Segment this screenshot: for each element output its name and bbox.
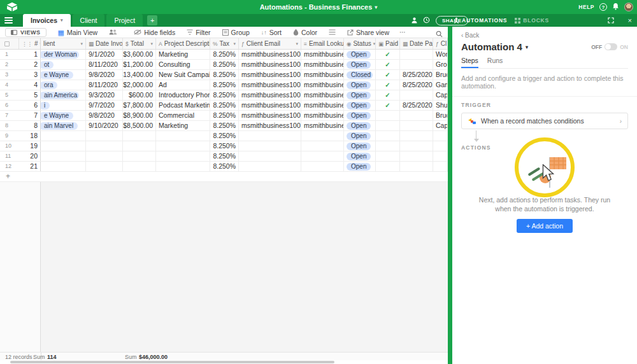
cell-num[interactable]: 2 [19, 60, 41, 69]
tab-runs[interactable]: Runs [487, 57, 503, 68]
cell-client_name[interactable]: Bruce [433, 70, 448, 80]
filter-button[interactable]: Filter [187, 29, 210, 36]
cell-status[interactable]: Open [344, 162, 376, 171]
cell-total[interactable]: $7,800.00 [123, 101, 156, 110]
cell-date_paid[interactable] [400, 60, 433, 69]
cell-client_email[interactable]: msmithbusiness100@gmail... [239, 111, 301, 120]
cell-rownum[interactable]: 3 [0, 70, 19, 80]
cell-client[interactable]: e Wayne [41, 70, 86, 80]
cell-email_lookup[interactable]: msmithbusiness100@... [301, 80, 344, 90]
cell-total[interactable]: $8,500.00 [123, 121, 156, 130]
question-icon[interactable]: ? [599, 3, 607, 11]
cell-rownum[interactable]: 9 [0, 131, 19, 141]
cell-rownum[interactable]: 2 [0, 60, 19, 69]
views-button[interactable]: VIEWS [5, 28, 47, 37]
cell-client_email[interactable]: msmithbusiness100@gmail... [239, 121, 301, 130]
cell-client_name[interactable] [433, 151, 448, 161]
cell-rownum[interactable]: 8 [0, 121, 19, 130]
hide-fields-button[interactable]: Hide fields [134, 29, 175, 36]
cell-rownum[interactable]: 11 [0, 151, 19, 161]
expand-icon[interactable] [608, 15, 614, 26]
cell-client_email[interactable] [239, 162, 301, 171]
cell-tax[interactable]: 8.250% [210, 121, 239, 130]
user-avatar[interactable] [624, 3, 633, 11]
cell-paid[interactable] [376, 162, 400, 171]
cell-client_email[interactable]: msmithbusiness100@gmail... [239, 60, 301, 69]
cell-client_name[interactable]: Gamo [433, 80, 448, 90]
cell-description[interactable] [156, 162, 210, 171]
cell-num[interactable]: 19 [19, 141, 41, 151]
cell-total[interactable]: $13,400.00 [123, 70, 156, 80]
cell-client_name[interactable]: Wond [433, 50, 448, 59]
cell-email_lookup[interactable] [301, 141, 344, 151]
cell-num[interactable]: 1 [19, 50, 41, 59]
cell-rownum[interactable]: 4 [0, 80, 19, 90]
cell-date_invoiced[interactable]: 9/3/2020 [86, 90, 123, 100]
cell-client_email[interactable]: msmithbusiness100@gmail... [239, 50, 301, 59]
cell-total[interactable] [123, 141, 156, 151]
color-button[interactable]: Color [293, 29, 317, 36]
cell-date_invoiced[interactable]: 8/11/2020 [86, 60, 123, 69]
cell-paid[interactable]: ✓ [376, 50, 400, 59]
sum-num-value[interactable]: 114 [47, 354, 57, 360]
cell-description[interactable]: Ad [156, 80, 210, 90]
cell-client_name[interactable] [433, 162, 448, 171]
cell-tax[interactable]: 8.250% [210, 101, 239, 110]
cell-client_email[interactable]: msmithbusiness100@gmail... [239, 80, 301, 90]
cell-paid[interactable] [376, 121, 400, 130]
toolbar-overflow-button[interactable]: ⋯ [399, 29, 406, 36]
cell-tax[interactable]: 8.250% [210, 70, 239, 80]
tab-steps[interactable]: Steps [461, 57, 478, 68]
share-view-button[interactable]: Share view [347, 29, 389, 36]
cell-description[interactable] [156, 141, 210, 151]
cell-description[interactable]: New Suit Campaign [156, 70, 210, 80]
column-header-status[interactable]: ◉Status▾ [344, 38, 376, 49]
cell-client_email[interactable] [239, 141, 301, 151]
sum-total-value[interactable]: $46,000.00 [139, 354, 168, 360]
cell-status[interactable]: Open [344, 141, 376, 151]
cell-description[interactable] [156, 151, 210, 161]
cell-description[interactable]: Marketing [156, 121, 210, 130]
cell-email_lookup[interactable]: msmithbusiness100@... [301, 121, 344, 130]
column-header-tax[interactable]: %Tax▾ [210, 38, 239, 49]
cell-date_invoiced[interactable]: 8/11/2020 [86, 80, 123, 90]
column-header-paid[interactable]: ▣Paid▾ [376, 38, 400, 49]
cell-tax[interactable]: 8.250% [210, 90, 239, 100]
cell-email_lookup[interactable] [301, 162, 344, 171]
cell-client_name[interactable] [433, 131, 448, 141]
cell-total[interactable]: $2,000.00 [123, 80, 156, 90]
cell-paid[interactable] [376, 131, 400, 141]
cell-client[interactable] [41, 151, 86, 161]
tab-project[interactable]: Project [106, 14, 143, 27]
cell-paid[interactable] [376, 151, 400, 161]
cell-client[interactable] [41, 141, 86, 151]
cell-email_lookup[interactable]: msmithbusiness100@... [301, 111, 344, 120]
cell-num[interactable]: 5 [19, 90, 41, 100]
cell-client_name[interactable]: Capta [433, 121, 448, 130]
column-header-total[interactable]: $Total▾ [123, 38, 156, 49]
bell-icon[interactable] [612, 1, 619, 13]
cell-client[interactable]: e Wayne [41, 111, 86, 120]
cell-email_lookup[interactable]: msmithbusiness100@... [301, 50, 344, 59]
cell-client_name[interactable] [433, 141, 448, 151]
cell-date_paid[interactable] [400, 90, 433, 100]
cell-tax[interactable]: 8.250% [210, 151, 239, 161]
cell-tax[interactable]: 8.250% [210, 111, 239, 120]
column-header-date_paid[interactable]: ▦Date Paid▾ [400, 38, 433, 49]
cell-rownum[interactable]: 1 [0, 50, 19, 59]
cell-tax[interactable]: 8.250% [210, 60, 239, 69]
tab-invoices[interactable]: Invoices▾ [23, 14, 71, 27]
cell-client[interactable]: ora [41, 80, 86, 90]
add-record-row[interactable]: + [0, 172, 448, 182]
cell-date_paid[interactable] [400, 131, 433, 141]
cell-email_lookup[interactable]: msmithbusiness100@... [301, 70, 344, 80]
chevron-down-icon[interactable]: ▾ [150, 41, 153, 46]
cell-email_lookup[interactable]: msmithbusiness100@... [301, 101, 344, 110]
column-header-rownum[interactable] [0, 38, 19, 49]
column-header-client_name[interactable]: ƒCl▾ [433, 38, 448, 49]
cell-tax[interactable]: 8.250% [210, 162, 239, 171]
cell-total[interactable]: $600.00 [123, 90, 156, 100]
trigger-card[interactable]: When a record matches conditions › [461, 113, 628, 129]
cell-description[interactable]: Commercial [156, 111, 210, 120]
cell-status[interactable]: Closed [344, 70, 376, 80]
